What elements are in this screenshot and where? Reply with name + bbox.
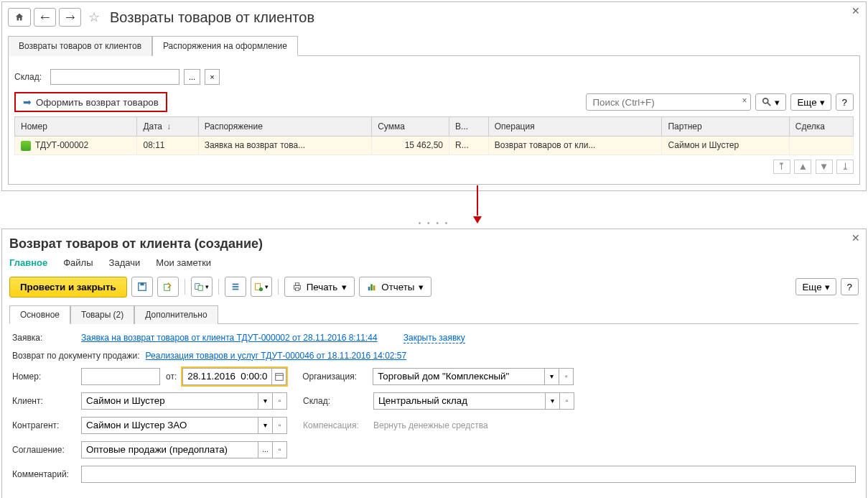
col-currency[interactable]: В... xyxy=(449,117,489,137)
chevron-down-icon: ▾ xyxy=(820,97,825,108)
structure-button[interactable] xyxy=(225,277,246,297)
save-icon xyxy=(137,282,147,292)
action-row: ➡ Оформить возврат товаров × ▾ Еще ▾ ? xyxy=(14,92,854,112)
close-icon[interactable]: ✕ xyxy=(851,5,860,17)
agreement-input[interactable] xyxy=(81,441,258,458)
org-open-button[interactable]: ▫ xyxy=(559,368,574,385)
nav-tabs: Главное Файлы Задачи Мои заметки xyxy=(9,257,859,269)
home-button[interactable] xyxy=(8,8,31,27)
agreement-open-button[interactable]: ▫ xyxy=(273,441,287,458)
sub-tabs: Основное Товары (2) Дополнительно xyxy=(9,305,859,324)
based-on-icon xyxy=(194,282,204,292)
more-button[interactable]: Еще ▾ xyxy=(790,93,831,111)
cell-partner: Саймон и Шустер xyxy=(662,137,789,155)
tab-returns-list[interactable]: Возвраты товаров от клиентов xyxy=(8,36,152,56)
home-icon xyxy=(14,12,24,22)
col-deal[interactable]: Сделка xyxy=(789,117,853,137)
comment-label: Комментарий: xyxy=(12,469,75,479)
calendar-icon xyxy=(274,372,284,382)
number-input[interactable] xyxy=(81,368,160,385)
page-down-button[interactable]: ▼ xyxy=(816,160,833,174)
col-partner[interactable]: Партнер xyxy=(662,117,789,137)
col-sum[interactable]: Сумма xyxy=(372,117,449,137)
nav-tab-notes[interactable]: Мои заметки xyxy=(156,257,211,269)
top-panel: ✕ 🡐 🡒 ☆ Возвраты товаров от клиентов Воз… xyxy=(1,1,867,191)
toolbar: Провести и закрыть ▾ ▾ Печать ▾ Отчеты ▾… xyxy=(9,277,859,298)
reports-label: Отчеты xyxy=(381,282,414,292)
help-button-bottom[interactable]: ? xyxy=(841,278,859,295)
search-button[interactable]: ▾ xyxy=(755,93,786,111)
pager: ⤒ ▲ ▼ ⤓ xyxy=(14,155,854,178)
agreement-select-button[interactable]: ... xyxy=(258,441,273,458)
top-header: 🡐 🡒 ☆ Возвраты товаров от клиентов xyxy=(8,5,860,29)
search-input[interactable] xyxy=(586,93,751,111)
sales-doc-label: Возврат по документу продажи: xyxy=(12,351,140,361)
chevron-down-icon: ▾ xyxy=(825,282,830,292)
sales-doc-link[interactable]: Реализация товаров и услуг ТДУТ-000046 о… xyxy=(146,351,407,361)
print-button[interactable]: Печать ▾ xyxy=(284,277,355,297)
tab-orders[interactable]: Распоряжения на оформление xyxy=(152,36,298,56)
print-label: Печать xyxy=(307,282,338,292)
chevron-down-icon: ▾ xyxy=(342,282,347,292)
based-on-button[interactable]: ▾ xyxy=(191,277,213,297)
org-input[interactable] xyxy=(373,368,545,385)
svg-rect-13 xyxy=(295,283,299,286)
org-dropdown-button[interactable]: ▾ xyxy=(545,368,559,385)
close-icon[interactable]: ✕ xyxy=(851,232,860,244)
favorite-icon[interactable]: ☆ xyxy=(88,9,100,25)
help-button[interactable]: ? xyxy=(836,93,854,111)
cell-currency: R... xyxy=(449,137,489,155)
warehouse-label-b: Склад: xyxy=(303,396,368,406)
save-button[interactable] xyxy=(131,277,153,297)
page-last-button[interactable]: ⤓ xyxy=(836,160,854,174)
more-button-bottom[interactable]: Еще ▾ xyxy=(795,278,836,295)
col-date[interactable]: Дата↓ xyxy=(137,117,198,137)
nav-tab-main[interactable]: Главное xyxy=(9,257,47,269)
client-dropdown-button[interactable]: ▾ xyxy=(258,392,273,410)
client-input[interactable] xyxy=(81,392,258,410)
table-row[interactable]: ТДУТ-000002 08:11 Заявка на возврат това… xyxy=(15,137,854,155)
col-order[interactable]: Распоряжение xyxy=(198,117,371,137)
warehouse-open-button[interactable]: ▫ xyxy=(560,392,574,410)
orders-table: Номер Дата↓ Распоряжение Сумма В... Опер… xyxy=(14,116,854,155)
page-up-button[interactable]: ▲ xyxy=(794,160,811,174)
create-return-button[interactable]: ➡ Оформить возврат товаров xyxy=(14,92,167,112)
client-open-button[interactable]: ▫ xyxy=(273,392,287,410)
svg-rect-3 xyxy=(140,283,144,286)
forward-button[interactable]: 🡒 xyxy=(59,8,81,27)
chevron-down-icon: ▾ xyxy=(775,97,780,108)
request-link[interactable]: Заявка на возврат товаров от клиента ТДУ… xyxy=(81,333,378,343)
reports-button[interactable]: Отчеты ▾ xyxy=(359,277,431,297)
comment-input[interactable] xyxy=(81,466,856,483)
counterparty-open-button[interactable]: ▫ xyxy=(273,417,287,434)
warehouse-input[interactable] xyxy=(50,69,179,85)
sub-tab-additional[interactable]: Дополнительно xyxy=(134,305,218,324)
warehouse-input-b[interactable] xyxy=(373,392,546,410)
document-flow-button[interactable]: ▾ xyxy=(251,277,272,297)
search-clear-icon[interactable]: × xyxy=(742,96,747,106)
svg-rect-14 xyxy=(295,288,299,291)
warehouse-clear-button[interactable]: × xyxy=(205,69,219,85)
date-input[interactable] xyxy=(182,368,272,385)
nav-tab-files[interactable]: Файлы xyxy=(63,257,93,269)
col-operation[interactable]: Операция xyxy=(488,117,662,137)
counterparty-input[interactable] xyxy=(81,417,258,434)
page-first-button[interactable]: ⤒ xyxy=(773,160,790,174)
document-title: Возврат товаров от клиента (создание) xyxy=(9,236,859,252)
counterparty-dropdown-button[interactable]: ▾ xyxy=(258,417,273,434)
back-button[interactable]: 🡐 xyxy=(34,8,56,27)
form-main: Заявка: Заявка на возврат товаров от кли… xyxy=(9,324,859,498)
sub-tab-main[interactable]: Основное xyxy=(9,305,70,324)
post-button[interactable] xyxy=(157,277,179,297)
calendar-button[interactable] xyxy=(272,368,286,385)
post-icon xyxy=(163,282,173,292)
close-request-link[interactable]: Закрыть заявку xyxy=(403,333,465,343)
warehouse-dropdown-button[interactable]: ▾ xyxy=(546,392,560,410)
sort-arrow-icon: ↓ xyxy=(167,121,171,132)
sub-tab-goods[interactable]: Товары (2) xyxy=(70,305,134,324)
col-number[interactable]: Номер xyxy=(15,117,137,137)
nav-tab-tasks[interactable]: Задачи xyxy=(109,257,141,269)
compensation-label: Компенсация: xyxy=(303,420,368,430)
save-and-close-button[interactable]: Провести и закрыть xyxy=(9,277,127,298)
warehouse-select-button[interactable]: ... xyxy=(184,69,200,85)
